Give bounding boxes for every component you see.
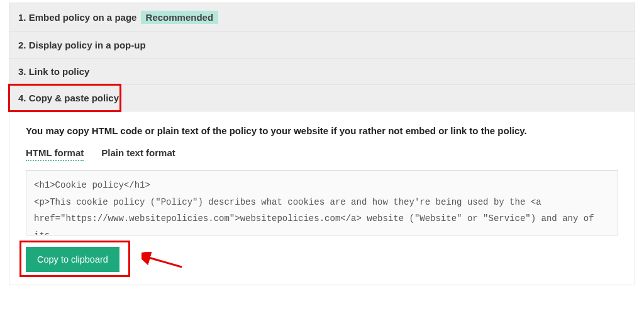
copy-button-wrap: Copy to clipboard <box>26 247 119 272</box>
accordion-item-copy-paste[interactable]: 4. Copy & paste policy <box>9 85 635 111</box>
accordion-label: Embed policy on a page <box>29 12 137 23</box>
recommended-badge: Recommended <box>141 11 219 24</box>
tab-html-format[interactable]: HTML format <box>26 147 84 161</box>
accordion-num: 2. <box>18 40 26 50</box>
copy-paste-panel: You may copy HTML code or plain text of … <box>9 111 635 285</box>
accordion-num: 1. <box>18 12 26 23</box>
copy-to-clipboard-button[interactable]: Copy to clipboard <box>26 247 119 272</box>
accordion-label: Display policy in a pop-up <box>29 40 146 50</box>
code-textarea[interactable]: <h1>Cookie policy</h1> <p>This cookie po… <box>26 170 618 236</box>
accordion-num: 3. <box>18 66 26 77</box>
accordion-item-link[interactable]: 3. Link to policy <box>9 59 635 85</box>
panel-description: You may copy HTML code or plain text of … <box>26 125 618 136</box>
tab-plain-text-format[interactable]: Plain text format <box>101 147 175 161</box>
accordion-item-popup[interactable]: 2. Display policy in a pop-up <box>9 32 635 59</box>
accordion-label: Copy & paste policy <box>29 93 119 103</box>
svg-line-0 <box>147 257 182 267</box>
accordion-label: Link to policy <box>29 66 90 77</box>
format-tabs: HTML format Plain text format <box>26 147 618 161</box>
accordion-num: 4. <box>18 93 26 103</box>
accordion-item-embed[interactable]: 1. Embed policy on a page Recommended <box>9 3 635 32</box>
arrow-icon <box>142 252 186 271</box>
accordion-container: 1. Embed policy on a page Recommended 2.… <box>9 3 635 285</box>
